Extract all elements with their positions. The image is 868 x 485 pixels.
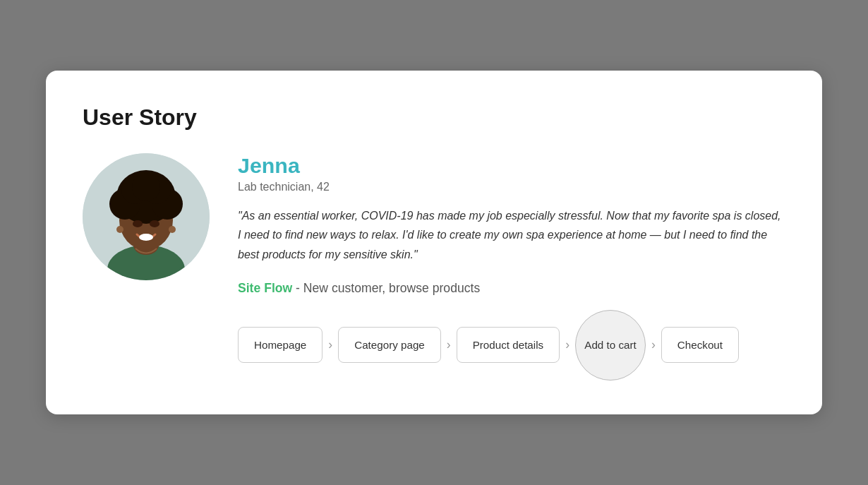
avatar: [83, 153, 210, 280]
flow-heading: Site Flow: [238, 281, 292, 295]
text-section: Jenna Lab technician, 42 "As an essentia…: [238, 153, 785, 381]
flow-step-checkout: Checkout: [661, 327, 739, 363]
flow-arrow-3: ›: [565, 337, 569, 352]
svg-point-14: [169, 226, 176, 233]
persona-quote: "As an essential worker, COVID-19 has ma…: [238, 206, 785, 264]
flow-step-homepage: Homepage: [238, 327, 323, 363]
site-flow-label: Site Flow - New customer, browse product…: [238, 281, 785, 296]
flow-arrow-1: ›: [328, 337, 332, 352]
svg-point-10: [133, 220, 143, 227]
flow-arrow-4: ›: [651, 337, 656, 352]
svg-point-11: [150, 220, 159, 227]
flow-subtext: - New customer, browse products: [292, 281, 480, 295]
svg-point-9: [132, 173, 160, 201]
flow-step-product-details: Product details: [457, 327, 560, 363]
svg-point-13: [116, 226, 123, 233]
flow-step-add-to-cart: Add to cart: [575, 310, 646, 381]
flow-step-category: Category page: [338, 327, 441, 363]
flow-steps: Homepage › Category page › Product detai…: [238, 310, 785, 381]
persona-role: Lab technician, 42: [238, 181, 785, 193]
page-title: User Story: [83, 104, 785, 131]
persona-name: Jenna: [238, 153, 785, 178]
svg-point-12: [139, 234, 153, 241]
content-row: Jenna Lab technician, 42 "As an essentia…: [83, 153, 785, 381]
flow-arrow-2: ›: [447, 337, 451, 352]
user-story-card: User Story: [46, 71, 822, 414]
